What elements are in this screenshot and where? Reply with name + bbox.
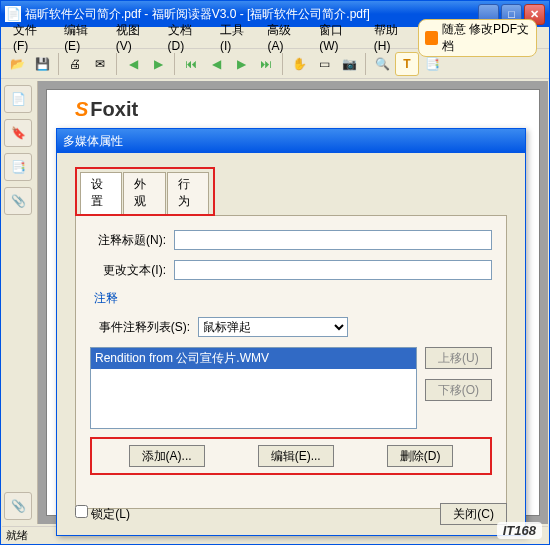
find-button[interactable]: 🔍 [370,52,394,76]
lock-checkbox[interactable] [75,505,88,518]
sidebar-clip[interactable]: 📎 [4,492,32,520]
promo-banner[interactable]: 随意 修改PDF文档 [418,19,537,57]
delete-button[interactable]: 删除(D) [387,445,454,467]
dialog-body: 设置 外观 行为 注释标题(N): 更改文本(I): 注释 事件注释列表(S):… [57,153,525,535]
last-button[interactable]: ⏭ [254,52,278,76]
bookmark-tool-button[interactable]: 📑 [420,52,444,76]
menu-adv[interactable]: 高级(A) [259,20,311,55]
menu-edit[interactable]: 编辑(E) [56,20,108,55]
sidebar-attach[interactable]: 📎 [4,187,32,215]
add-button[interactable]: 添加(A)... [129,445,205,467]
print-button[interactable]: 🖨 [63,52,87,76]
lock-label-text: 锁定(L) [91,507,130,521]
logo-text: Foxit [90,98,138,120]
dialog-titlebar: 多媒体属性 [57,129,525,153]
multimedia-properties-dialog: 多媒体属性 设置 外观 行为 注释标题(N): 更改文本(I): 注释 事件注释… [56,128,526,536]
comments-label: 注释 [94,290,492,307]
sidebar-bookmark[interactable]: 🔖 [4,119,32,147]
comment-title-label: 注释标题(N): [90,232,166,249]
separator [282,53,283,75]
next-button[interactable]: ▶ [146,52,170,76]
tab-appearance[interactable]: 外观 [123,172,165,214]
move-down-button[interactable]: 下移(O) [425,379,492,401]
lock-checkbox-label[interactable]: 锁定(L) [75,505,130,523]
dialog-title: 多媒体属性 [63,133,123,150]
separator [58,53,59,75]
change-text-row: 更改文本(I): [90,260,492,280]
separator [174,53,175,75]
menu-doc[interactable]: 文档(D) [160,20,212,55]
menu-window[interactable]: 窗口(W) [311,20,366,55]
foxit-logo: SFoxit [75,98,531,121]
tabs-row: 设置 外观 行为 [75,167,215,216]
event-list-label: 事件注释列表(S): [90,319,190,336]
save-button[interactable]: 💾 [30,52,54,76]
hand-button[interactable]: ✋ [287,52,311,76]
sidebar: 📄 🔖 📑 📎 📎 [2,81,38,524]
comment-title-input[interactable] [174,230,492,250]
sidebar-thumbnail[interactable]: 📄 [4,85,32,113]
menu-tools[interactable]: 工具(I) [212,20,260,55]
watermark: IT168 [497,522,542,539]
menu-file[interactable]: 文件(F) [5,20,56,55]
tab-settings[interactable]: 设置 [80,172,122,214]
event-select[interactable]: 鼠标弹起 [198,317,348,337]
select-button[interactable]: ▭ [312,52,336,76]
change-text-input[interactable] [174,260,492,280]
logo-prefix: S [75,98,88,120]
prev-button[interactable]: ◀ [121,52,145,76]
comment-title-row: 注释标题(N): [90,230,492,250]
open-button[interactable]: 📂 [5,52,29,76]
dialog-close-button[interactable]: 关闭(C) [440,503,507,525]
action-button-row: 添加(A)... 编辑(E)... 删除(D) [90,437,492,475]
mail-button[interactable]: ✉ [88,52,112,76]
list-area: Rendition from 公司宣传片.WMV 上移(U) 下移(O) [90,347,492,429]
menubar: 文件(F) 编辑(E) 视图(V) 文档(D) 工具(I) 高级(A) 窗口(W… [1,27,549,49]
prevpage-button[interactable]: ◀ [204,52,228,76]
promo-text: 随意 修改PDF文档 [442,21,530,55]
move-up-button[interactable]: 上移(U) [425,347,492,369]
tab-panel: 注释标题(N): 更改文本(I): 注释 事件注释列表(S): 鼠标弹起 Ren… [75,215,507,509]
status-ready: 就绪 [6,528,28,543]
change-text-label: 更改文本(I): [90,262,166,279]
text-tool-button[interactable]: T [395,52,419,76]
list-item[interactable]: Rendition from 公司宣传片.WMV [91,348,416,369]
dialog-footer: 锁定(L) 关闭(C) [75,503,507,525]
promo-icon [425,31,437,45]
side-buttons: 上移(U) 下移(O) [425,347,492,401]
separator [365,53,366,75]
event-list-row: 事件注释列表(S): 鼠标弹起 [90,317,492,337]
first-button[interactable]: ⏮ [179,52,203,76]
snapshot-button[interactable]: 📷 [337,52,361,76]
separator [116,53,117,75]
tab-behavior[interactable]: 行为 [167,172,209,214]
menu-view[interactable]: 视图(V) [108,20,160,55]
nextpage-button[interactable]: ▶ [229,52,253,76]
sidebar-layers[interactable]: 📑 [4,153,32,181]
rendition-listbox[interactable]: Rendition from 公司宣传片.WMV [90,347,417,429]
edit-button[interactable]: 编辑(E)... [258,445,334,467]
menu-help[interactable]: 帮助(H) [366,20,418,55]
